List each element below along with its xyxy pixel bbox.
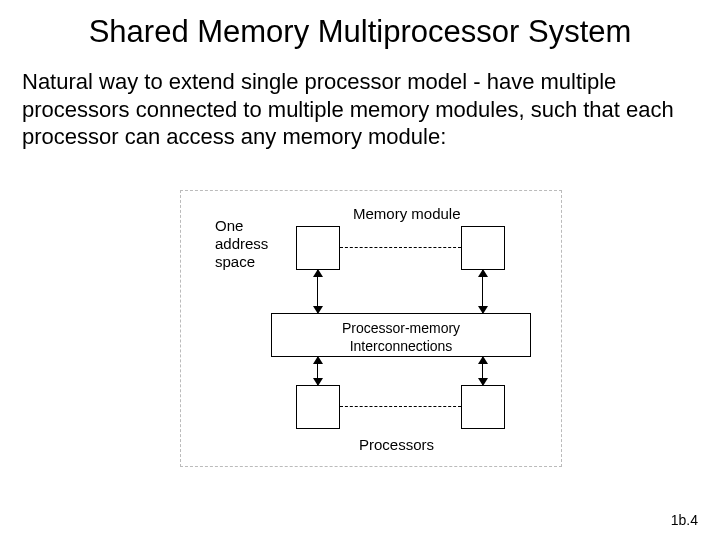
arrow-interconnect-to-processor	[317, 357, 318, 385]
processor-ellipsis-line	[340, 406, 461, 407]
processor-box	[296, 385, 340, 429]
memory-module-label: Memory module	[353, 205, 461, 222]
slide-title: Shared Memory Multiprocessor System	[0, 14, 720, 50]
processors-label: Processors	[359, 436, 434, 453]
one-address-space-label: One address space	[215, 217, 285, 271]
arrow-memory-to-interconnect	[482, 270, 483, 313]
interconnect-label-line1: Processor-memory	[342, 320, 460, 336]
slide-body-text: Natural way to extend single processor m…	[22, 68, 682, 151]
memory-module-box	[296, 226, 340, 270]
arrow-memory-to-interconnect	[317, 270, 318, 313]
memory-module-box	[461, 226, 505, 270]
arrow-interconnect-to-processor	[482, 357, 483, 385]
processor-box	[461, 385, 505, 429]
interconnect-box: Processor-memory Interconnections	[271, 313, 531, 357]
diagram-frame: Memory module One address space Processo…	[180, 190, 562, 467]
page-number: 1b.4	[671, 512, 698, 528]
interconnect-label-line2: Interconnections	[350, 338, 453, 354]
memory-ellipsis-line	[340, 247, 461, 248]
